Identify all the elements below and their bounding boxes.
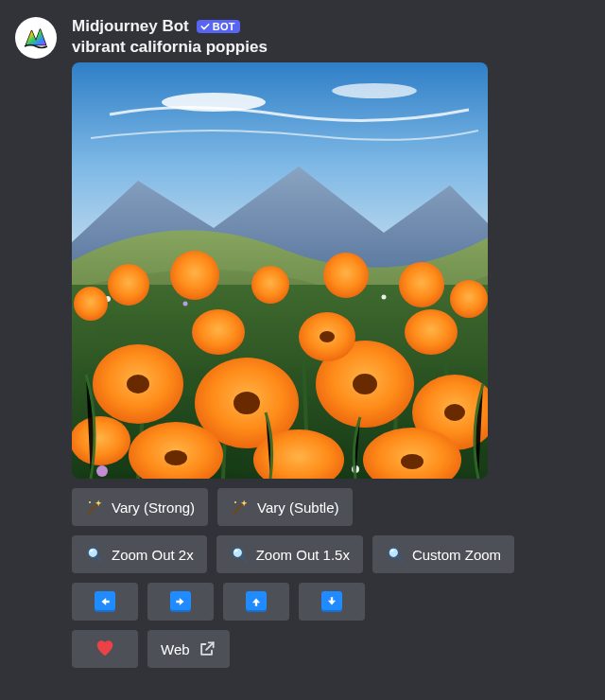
arrow-down-icon — [321, 591, 342, 612]
svg-point-28 — [353, 374, 377, 394]
arrow-up-icon — [246, 591, 267, 612]
magnifier-icon — [386, 545, 405, 564]
svg-point-32 — [164, 450, 187, 465]
svg-point-16 — [108, 264, 149, 306]
svg-point-36 — [72, 416, 130, 465]
svg-point-42 — [234, 501, 236, 503]
message-header: Midjourney Bot BOT — [72, 17, 590, 36]
svg-line-47 — [241, 557, 245, 561]
prompt-text: vibrant california poppies — [72, 38, 590, 57]
message-content: Midjourney Bot BOT vibrant california po… — [72, 17, 590, 668]
svg-point-19 — [323, 253, 369, 298]
pan-up-button[interactable] — [223, 583, 289, 621]
svg-point-21 — [450, 280, 488, 318]
generated-image[interactable] — [72, 62, 488, 479]
pan-down-button[interactable] — [299, 583, 365, 621]
zoom-out-2x-button[interactable]: Zoom Out 2x — [72, 535, 207, 573]
bot-badge-label: BOT — [213, 21, 235, 32]
svg-point-18 — [251, 266, 289, 304]
zoom-out-1-5x-button[interactable]: Zoom Out 1.5x — [216, 535, 363, 573]
wand-sparkle-icon — [231, 498, 250, 516]
svg-point-40 — [192, 309, 245, 355]
button-label: Custom Zoom — [412, 547, 501, 563]
button-label: Zoom Out 1.5x — [256, 547, 350, 563]
svg-line-44 — [97, 557, 101, 561]
svg-point-51 — [390, 550, 394, 551]
button-label: Zoom Out 2x — [112, 547, 194, 563]
svg-line-52 — [206, 642, 214, 650]
button-row-zoom: Zoom Out 2x Zoom Out 1.5x Custom Zoom — [72, 535, 590, 573]
svg-point-48 — [234, 550, 238, 551]
vary-subtle-button[interactable]: Vary (Subtle) — [217, 488, 352, 526]
svg-point-22 — [74, 287, 108, 321]
verified-check-icon — [199, 21, 211, 32]
poppies-image-icon — [72, 62, 488, 479]
custom-zoom-button[interactable]: Custom Zoom — [372, 535, 514, 573]
avatar[interactable] — [15, 17, 57, 59]
svg-point-7 — [382, 295, 387, 300]
arrow-left-icon — [95, 591, 115, 612]
svg-point-8 — [183, 302, 188, 306]
action-button-rows: Vary (Strong) Vary (Subtle) Zoom Out 2x — [72, 488, 590, 668]
svg-point-24 — [127, 375, 149, 394]
svg-point-17 — [170, 251, 219, 300]
svg-point-26 — [233, 392, 260, 414]
svg-point-41 — [89, 501, 91, 503]
svg-point-1 — [162, 93, 266, 112]
button-row-misc: Web — [72, 630, 590, 668]
button-row-vary: Vary (Strong) Vary (Subtle) — [72, 488, 590, 526]
heart-icon — [95, 638, 115, 661]
vary-strong-button[interactable]: Vary (Strong) — [72, 488, 208, 526]
svg-point-35 — [401, 454, 424, 469]
arrow-right-icon — [170, 591, 191, 612]
button-label: Web — [161, 641, 190, 657]
magnifier-icon — [85, 545, 104, 564]
pan-left-button[interactable] — [72, 583, 138, 621]
button-label: Vary (Subtle) — [257, 499, 338, 516]
button-row-pan — [72, 583, 590, 621]
author-name[interactable]: Midjourney Bot — [72, 17, 189, 36]
svg-point-30 — [444, 404, 465, 421]
svg-line-50 — [397, 557, 401, 561]
svg-point-38 — [320, 331, 335, 342]
svg-point-20 — [399, 262, 444, 307]
bot-badge: BOT — [197, 20, 240, 33]
svg-point-39 — [405, 309, 458, 355]
discord-message: Midjourney Bot BOT vibrant california po… — [0, 0, 605, 683]
web-button[interactable]: Web — [147, 630, 230, 668]
svg-point-45 — [90, 550, 94, 551]
external-link-icon — [198, 639, 216, 658]
magnifier-icon — [230, 545, 249, 564]
button-label: Vary (Strong) — [112, 499, 195, 516]
wand-sparkle-icon — [85, 498, 104, 516]
favorite-button[interactable] — [72, 630, 138, 668]
midjourney-logo-icon — [22, 24, 50, 52]
pan-right-button[interactable] — [147, 583, 214, 621]
svg-point-10 — [96, 465, 108, 477]
svg-point-2 — [332, 83, 417, 98]
